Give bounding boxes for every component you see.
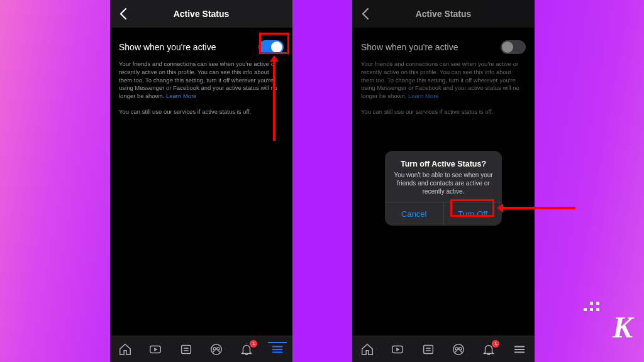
notification-badge: 1 bbox=[492, 340, 499, 348]
home-icon bbox=[360, 343, 374, 356]
setting-description: Your friends and connections can see whe… bbox=[119, 60, 284, 101]
header-bar: Active Status bbox=[352, 0, 535, 28]
active-status-toggle[interactable] bbox=[501, 40, 526, 54]
groups-icon bbox=[209, 343, 223, 356]
tab-bar: 1 bbox=[110, 336, 292, 362]
stage: Active Status Show when you're active Yo… bbox=[0, 0, 644, 362]
tab-menu[interactable] bbox=[513, 343, 526, 356]
phone-screen-2: Active Status Show when you're active Yo… bbox=[352, 0, 535, 362]
setting-footnote: You can still use our services if active… bbox=[361, 108, 526, 115]
tab-feeds[interactable] bbox=[179, 343, 193, 356]
page-title: Active Status bbox=[110, 9, 292, 19]
learn-more-link[interactable]: Learn More bbox=[408, 92, 439, 99]
dialog-body: Turn off Active Status? You won't be abl… bbox=[385, 151, 502, 202]
brand-logo: K bbox=[613, 310, 633, 344]
svg-point-4 bbox=[211, 344, 222, 354]
turn-off-button[interactable]: Turn Off bbox=[443, 202, 502, 226]
cancel-button[interactable]: Cancel bbox=[385, 202, 443, 226]
watch-icon bbox=[391, 343, 404, 356]
dialog-buttons: Cancel Turn Off bbox=[385, 202, 502, 226]
dialog-message: You won't be able to see when your frien… bbox=[392, 171, 494, 195]
toggle-knob bbox=[271, 41, 282, 53]
tab-watch[interactable] bbox=[391, 343, 404, 356]
phone-screen-1: Active Status Show when you're active Yo… bbox=[110, 0, 292, 362]
active-tab-indicator bbox=[268, 342, 287, 343]
tab-groups[interactable] bbox=[452, 343, 465, 356]
menu-icon bbox=[513, 343, 526, 356]
chevron-left-icon bbox=[119, 8, 127, 19]
page-title: Active Status bbox=[352, 9, 535, 19]
back-button[interactable] bbox=[358, 7, 372, 21]
home-icon bbox=[118, 343, 132, 356]
tab-notifications[interactable]: 1 bbox=[240, 343, 253, 356]
logo-dots bbox=[564, 300, 601, 318]
setting-row: Show when you're active bbox=[119, 40, 284, 54]
chevron-left-icon bbox=[362, 8, 369, 19]
setting-description: Your friends and connections can see whe… bbox=[361, 60, 526, 101]
learn-more-link[interactable]: Learn More bbox=[166, 92, 197, 99]
back-button[interactable] bbox=[116, 7, 130, 21]
tab-notifications[interactable]: 1 bbox=[482, 343, 496, 356]
menu-icon bbox=[270, 343, 284, 356]
setting-row: Show when you're active bbox=[361, 40, 526, 54]
dialog-title: Turn off Active Status? bbox=[392, 160, 494, 168]
tab-watch[interactable] bbox=[148, 343, 162, 356]
tab-feeds[interactable] bbox=[421, 343, 435, 356]
confirm-dialog: Turn off Active Status? You won't be abl… bbox=[385, 151, 502, 226]
feeds-icon bbox=[421, 343, 435, 356]
svg-rect-11 bbox=[423, 345, 433, 353]
tab-bar: 1 bbox=[352, 336, 535, 362]
notification-badge: 1 bbox=[250, 340, 257, 348]
watch-icon bbox=[148, 343, 162, 356]
groups-icon bbox=[452, 343, 465, 356]
toggle-knob bbox=[502, 41, 513, 53]
svg-rect-1 bbox=[181, 345, 191, 353]
svg-point-5 bbox=[213, 348, 216, 350]
content-area: Show when you're active Your friends and… bbox=[110, 28, 292, 336]
svg-point-6 bbox=[217, 348, 219, 350]
tab-home[interactable] bbox=[118, 343, 132, 356]
active-status-toggle[interactable] bbox=[258, 40, 284, 54]
setting-footnote: You can still use our services if active… bbox=[119, 108, 284, 115]
setting-label: Show when you're active bbox=[119, 42, 216, 52]
tab-menu[interactable] bbox=[270, 343, 284, 356]
tab-home[interactable] bbox=[360, 343, 374, 356]
svg-point-16 bbox=[459, 348, 462, 350]
svg-point-14 bbox=[453, 344, 464, 354]
tab-groups[interactable] bbox=[209, 343, 223, 356]
setting-label: Show when you're active bbox=[361, 42, 458, 52]
feeds-icon bbox=[179, 343, 193, 356]
header-bar: Active Status bbox=[110, 0, 292, 28]
svg-point-15 bbox=[455, 348, 458, 350]
